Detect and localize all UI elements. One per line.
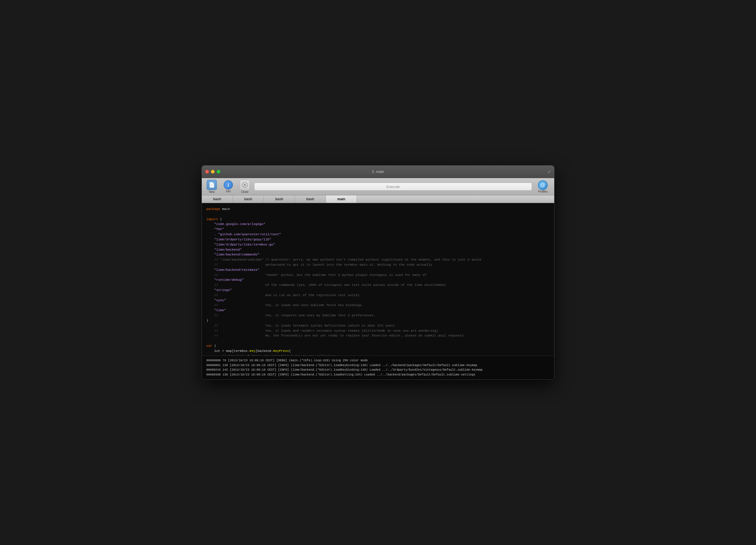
log-line-4: 00000398 138 [2013/10/23 16:09:16 CEST] … xyxy=(206,372,550,377)
new-button[interactable]: 📄 New xyxy=(205,180,219,194)
log-line-2: 00000091 139 [2013/10/23 16:09:16 CEST] … xyxy=(206,363,550,368)
toolbar: 📄 New i Info Close Execute @ Profiles xyxy=(202,178,554,196)
close-icon xyxy=(240,180,250,190)
log-line-3: 00000243 142 [2013/10/23 16:09:16 CEST] … xyxy=(206,367,550,372)
tab-bash-1[interactable]: bash xyxy=(202,196,233,203)
tab-bash-4[interactable]: bash xyxy=(295,196,326,203)
code-editor[interactable]: package main import ( "code.google.com/p… xyxy=(202,203,554,355)
info-button[interactable]: i Info xyxy=(221,180,235,193)
log-area: 00000000 79 [2013/10/23 16:09:16 CEST] [… xyxy=(202,355,554,379)
expand-button[interactable]: ⤢ xyxy=(547,170,551,174)
content-area: package main import ( "code.google.com/p… xyxy=(202,203,554,379)
profiles-icon: @ xyxy=(538,180,548,190)
window-title: 2. main xyxy=(372,170,384,174)
terminal-window: 2. main ⤢ 📄 New i Info Close Exe xyxy=(202,165,554,380)
tab-main[interactable]: main xyxy=(326,196,357,203)
close-button[interactable] xyxy=(205,170,209,174)
profiles-button[interactable]: @ Profiles xyxy=(534,180,551,193)
info-icon: i xyxy=(224,180,233,190)
execute-bar[interactable]: Execute xyxy=(254,183,532,191)
tab-bash-3[interactable]: bash xyxy=(264,196,295,203)
tab-bar: bash bash bash bash main xyxy=(202,196,554,203)
tab-bash-2[interactable]: bash xyxy=(233,196,264,203)
minimize-button[interactable] xyxy=(211,170,215,174)
titlebar: 2. main ⤢ xyxy=(202,166,554,178)
maximize-button[interactable] xyxy=(217,170,220,174)
log-line-1: 00000000 79 [2013/10/23 16:09:16 CEST] [… xyxy=(206,358,550,363)
close-toolbar-button[interactable]: Close xyxy=(238,180,252,194)
traffic-lights xyxy=(205,170,220,174)
new-icon: 📄 xyxy=(207,180,217,190)
